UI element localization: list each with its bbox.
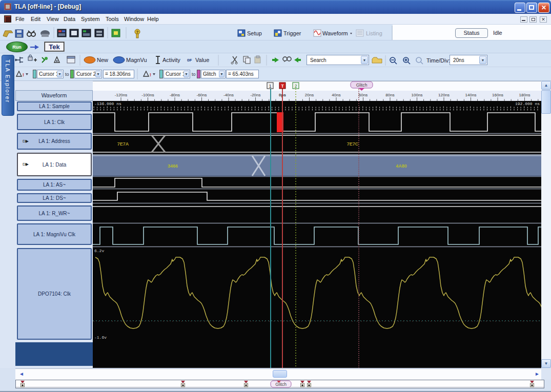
svg-text:60ns: 60ns [359,93,368,97]
svg-text:T: T [281,84,284,89]
svg-text:Activity: Activity [162,57,180,63]
svg-text:New: New [97,57,108,63]
svg-text:100ns: 100ns [412,93,423,97]
svg-text:Value: Value [195,57,209,63]
svg-text:180ns: 180ns [519,93,530,97]
svg-text:7E7C: 7E7C [347,141,359,147]
svg-text:140ns: 140ns [465,93,477,97]
svg-text:MagnVu: MagnVu [126,57,147,63]
svg-text:3466: 3466 [168,163,178,169]
svg-text:192.000 ns: 192.000 ns [515,101,540,106]
svg-text:Trigger: Trigger [283,30,301,36]
svg-text:0F: 0F [187,58,192,63]
svg-text:-40ns: -40ns [223,93,234,97]
svg-text:Time/Div:: Time/Div: [426,57,450,64]
svg-text:40ns: 40ns [332,93,340,97]
svg-text:Glitch: Glitch [356,82,368,88]
svg-text:-120ns: -120ns [115,93,127,97]
svg-text:-136.000 ns: -136.000 ns [94,101,121,106]
svg-text:Listing: Listing [366,30,382,36]
svg-text:-60ns: -60ns [196,93,207,97]
svg-text:?: ? [136,30,139,34]
svg-text:1: 1 [269,84,272,89]
svg-text:160ns: 160ns [492,93,503,97]
svg-text:120ns: 120ns [438,93,450,97]
svg-text:2: 2 [295,84,297,89]
svg-text:-100ns: -100ns [141,93,154,97]
svg-text:Waveform: Waveform [322,30,348,36]
svg-text:80ns: 80ns [385,93,394,97]
svg-text:!: ! [23,72,24,77]
svg-text:7E7A: 7E7A [117,141,129,147]
svg-text:20ns: 20ns [305,93,314,97]
svg-text:-20ns: -20ns [250,93,260,97]
svg-text:-1.6v: -1.6v [94,335,107,340]
svg-text:Setup: Setup [247,30,262,36]
svg-text:4A80: 4A80 [396,163,407,169]
svg-text:-80ns: -80ns [170,93,180,97]
svg-text:6.2v: 6.2v [94,249,104,253]
svg-text:Glitch: Glitch [275,382,287,387]
svg-text:!: ! [150,72,151,77]
